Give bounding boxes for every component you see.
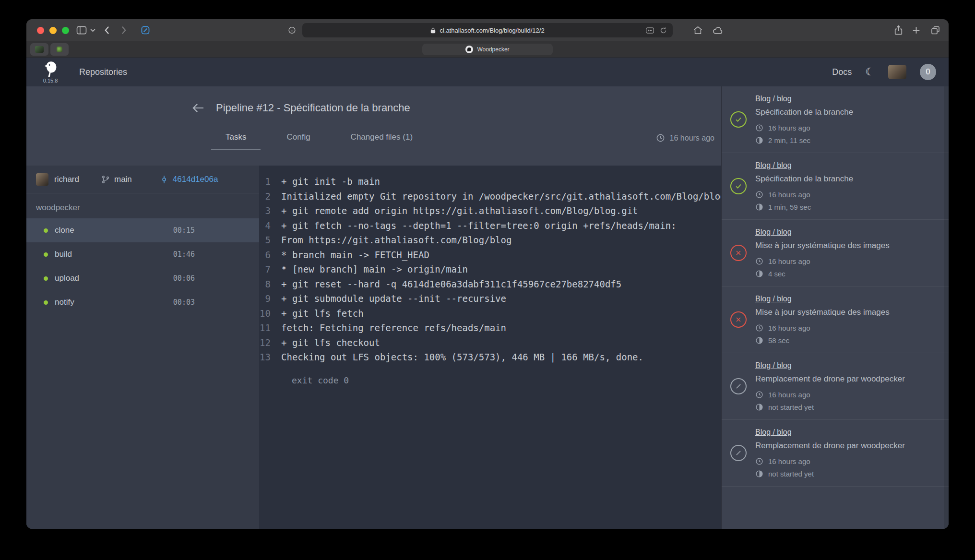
build-message: Remplacement de drone par woodpecker	[755, 374, 939, 384]
lock-icon	[430, 27, 436, 34]
user-avatar[interactable]	[888, 65, 906, 79]
duration-icon	[755, 203, 763, 211]
share-icon[interactable]	[894, 25, 903, 36]
extension-blue-icon[interactable]	[141, 25, 150, 35]
console-line: 10+ git lfs fetch	[259, 306, 721, 321]
build-entry[interactable]: Blog / blog Remplacement de drone par wo…	[722, 353, 949, 420]
build-time: 16 hours ago	[768, 257, 810, 265]
privacy-badge-icon[interactable]	[646, 27, 654, 34]
dark-mode-toggle-moon-icon[interactable]: ☾	[865, 67, 875, 77]
build-repo-link[interactable]: Blog / blog	[755, 228, 792, 237]
duration-icon	[755, 270, 763, 278]
notifications-badge[interactable]: 0	[920, 64, 936, 80]
sidebar-toggle-icon[interactable]	[76, 26, 87, 35]
console-line: 4+ git fetch --no-tags --depth=1 --filte…	[259, 218, 721, 233]
new-tab-icon[interactable]	[912, 26, 920, 35]
woodpecker-favicon	[465, 46, 473, 53]
console-line: 13Checking out LFS objects: 100% (573/57…	[259, 350, 721, 365]
tab-changed-files[interactable]: Changed files (1)	[336, 132, 427, 150]
build-repo-link[interactable]: Blog / blog	[755, 161, 792, 170]
forward-button[interactable]	[121, 26, 127, 35]
step-name: clone	[55, 226, 74, 235]
back-arrow-icon[interactable]	[192, 103, 204, 113]
tab-overview-icon[interactable]	[931, 26, 940, 35]
nav-docs-link[interactable]: Docs	[832, 67, 852, 77]
author-avatar	[36, 173, 48, 186]
pipeline-time-ago: 16 hours ago	[670, 134, 714, 143]
step-row-build[interactable]: build 01:46	[26, 242, 259, 266]
pinned-tab-1[interactable]	[30, 43, 48, 56]
build-entry[interactable]: Blog / blog Mise à jour systématique des…	[722, 220, 949, 286]
pipeline-title: Pipeline #12 - Spécification de la branc…	[216, 102, 410, 114]
clock-icon	[755, 324, 763, 332]
pinned-tab-1-favicon	[35, 46, 44, 53]
author-name: richard	[54, 175, 79, 184]
url-bar[interactable]: ci.athaliasoft.com/Blog/blog/build/12/2	[302, 23, 673, 37]
pinned-tab-2[interactable]	[50, 43, 69, 56]
console-line: 2Initialized empty Git repository in /wo…	[259, 189, 721, 204]
page-info-icon[interactable]	[288, 26, 296, 35]
build-repo-link[interactable]: Blog / blog	[755, 295, 792, 303]
commit-icon	[160, 175, 168, 184]
nav-repositories-link[interactable]: Repositories	[79, 67, 127, 77]
back-button[interactable]	[104, 26, 109, 35]
build-message: Remplacement de drone par woodpecker	[755, 441, 939, 451]
duration-icon	[755, 403, 763, 411]
tab-title: Woodpecker	[477, 46, 509, 53]
step-name: upload	[55, 274, 79, 283]
browser-tab-bar: Woodpecker	[26, 41, 949, 58]
home-icon[interactable]	[693, 26, 702, 35]
step-row-notify[interactable]: notify 00:03	[26, 290, 259, 314]
build-entry[interactable]: Blog / blog Spécification de la branche …	[722, 153, 949, 220]
duration-icon	[755, 470, 763, 478]
commit-hash[interactable]: 4614d1e06a	[173, 175, 218, 184]
woodpecker-logo[interactable]: 0.15.8	[43, 61, 58, 83]
build-repo-link[interactable]: Blog / blog	[755, 428, 792, 437]
build-duration: not started yet	[768, 470, 814, 478]
active-tab[interactable]: Woodpecker	[422, 44, 552, 55]
build-entry[interactable]: Blog / blog Spécification de la branche …	[722, 86, 949, 153]
traffic-lights	[37, 27, 69, 34]
chevron-down-icon[interactable]	[90, 29, 95, 32]
cloud-icon[interactable]	[713, 26, 723, 34]
zoom-button[interactable]	[62, 27, 69, 34]
console-output[interactable]: 1+ git init -b main 2Initialized empty G…	[259, 166, 721, 529]
clock-icon	[656, 133, 665, 143]
console-line: 8+ git reset --hard -q 4614d1e06a3dabf31…	[259, 277, 721, 292]
step-row-clone[interactable]: clone 00:15	[26, 218, 259, 242]
status-not-started-icon	[730, 378, 747, 394]
tab-tasks[interactable]: Tasks	[211, 132, 261, 150]
clock-icon	[755, 124, 763, 132]
step-name: build	[55, 250, 72, 259]
console-line: 11fetch: Fetching reference refs/heads/m…	[259, 321, 721, 335]
build-message: Mise à jour systématique des images	[755, 241, 939, 250]
pinned-tab-2-favicon	[57, 47, 62, 52]
console-line: 5From https://git.athaliasoft.com/Blog/b…	[259, 233, 721, 248]
build-entry[interactable]: Blog / blog Remplacement de drone par wo…	[722, 420, 949, 487]
minimize-button[interactable]	[49, 27, 57, 34]
build-repo-link[interactable]: Blog / blog	[755, 95, 792, 103]
branch-name[interactable]: main	[114, 175, 132, 184]
recent-builds-sidebar[interactable]: Blog / blog Spécification de la branche …	[721, 86, 949, 529]
clock-icon	[755, 391, 763, 399]
console-line: 9+ git submodule update --init --recursi…	[259, 291, 721, 306]
step-status-dot	[44, 252, 48, 257]
clock-icon	[755, 191, 763, 199]
tab-config[interactable]: Config	[272, 132, 324, 150]
build-repo-link[interactable]: Blog / blog	[755, 361, 792, 370]
close-button[interactable]	[37, 27, 44, 34]
build-time: 16 hours ago	[768, 124, 810, 132]
woodpecker-app: 0.15.8 Repositories Docs ☾ 0 Pipeline #1…	[26, 58, 949, 529]
reload-icon[interactable]	[660, 27, 667, 34]
step-row-upload[interactable]: upload 00:06	[26, 266, 259, 290]
build-duration: 4 sec	[768, 270, 785, 278]
build-message: Spécification de la branche	[755, 174, 939, 184]
build-entry[interactable]: Blog / blog Mise à jour systématique des…	[722, 286, 949, 353]
step-status-dot	[44, 276, 48, 281]
build-duration: 1 min, 59 sec	[768, 203, 811, 211]
browser-window: ci.athaliasoft.com/Blog/blog/build/12/2	[26, 19, 949, 529]
step-time: 00:03	[173, 298, 195, 307]
build-duration: not started yet	[768, 403, 814, 411]
status-success-icon	[730, 111, 747, 128]
step-time: 01:46	[173, 250, 195, 259]
